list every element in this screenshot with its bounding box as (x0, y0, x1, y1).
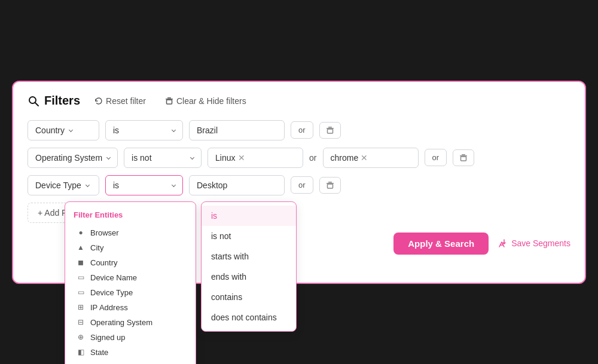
entity-label: Country (90, 258, 118, 267)
operator-item-ends-with[interactable]: ends with (202, 267, 296, 287)
or-separator-os: or (309, 153, 316, 163)
entity-label: Device Type (90, 288, 133, 297)
svg-line-1 (35, 103, 38, 106)
filters-panel: Filters Reset filter Clear & Hide filter… (12, 81, 586, 284)
chevron-down-icon (69, 128, 73, 132)
operator-item-is[interactable]: is (202, 206, 296, 226)
delete-device-button[interactable] (319, 177, 341, 194)
entity-icon: ▭ (76, 273, 86, 282)
entity-item-city[interactable]: ▲City (74, 240, 196, 255)
filters-header: Filters Reset filter Clear & Hide filter… (28, 94, 570, 108)
filters-title: Filters (28, 94, 80, 108)
svg-rect-12 (328, 182, 332, 183)
entity-icon: ⊕ (76, 333, 86, 341)
delete-country-button[interactable] (319, 122, 341, 139)
entity-item-signed-up[interactable]: ⊕Signed up (74, 330, 196, 345)
trash-icon (165, 97, 173, 105)
entity-item-device-type[interactable]: ▭Device Type (74, 285, 196, 300)
entity-label: Operating System (90, 318, 152, 327)
entity-label: City (90, 243, 103, 252)
value-os-input[interactable]: Linux ✕ (208, 148, 303, 168)
search-icon (28, 95, 39, 107)
value-country-input[interactable]: Brazil (189, 120, 285, 140)
svg-rect-4 (166, 100, 172, 104)
filter-row-country: Country is Brazil or (28, 120, 570, 140)
operator-item-is-not[interactable]: is not (202, 226, 296, 246)
entity-label: IP Address (90, 303, 128, 312)
save-icon (498, 238, 508, 248)
chevron-down-icon (172, 183, 176, 187)
os-tag-chrome: chrome ✕ (331, 153, 368, 163)
chevron-down-icon (172, 128, 176, 132)
apply-search-button[interactable]: Apply & Search (393, 233, 489, 255)
entity-label: Signed up (90, 333, 126, 342)
field-country-button[interactable]: Country (28, 120, 99, 140)
os-tag-linux: Linux ✕ (215, 153, 245, 163)
entity-label: State (90, 348, 108, 357)
chevron-down-icon (106, 155, 111, 160)
operators-panel: isis notstarts withends withcontainsdoes… (201, 201, 297, 332)
delete-os-button[interactable] (453, 149, 474, 166)
entity-icon: ● (76, 228, 86, 237)
dropdown-container: Filter Entities ●Browser▲City◼Country▭De… (65, 201, 297, 365)
value-device-input[interactable]: Desktop (189, 175, 285, 195)
svg-rect-10 (461, 157, 466, 161)
or-device-button[interactable]: or (291, 176, 313, 194)
svg-rect-13 (327, 184, 332, 188)
entity-item-ip-address[interactable]: ⊞IP Address (74, 300, 196, 315)
entities-panel: Filter Entities ●Browser▲City◼Country▭De… (65, 201, 196, 365)
entity-item-device-name[interactable]: ▭Device Name (74, 270, 196, 285)
operator-country-select[interactable]: is (105, 120, 183, 140)
or-os-button[interactable]: or (425, 149, 447, 166)
operator-device-select[interactable]: is (105, 175, 183, 195)
operator-item-does-not-contains[interactable]: does not contains (202, 307, 296, 328)
svg-rect-6 (328, 127, 332, 128)
remove-linux-button[interactable]: ✕ (238, 154, 245, 162)
entity-item-country[interactable]: ◼Country (74, 255, 196, 270)
svg-rect-3 (167, 97, 171, 99)
svg-rect-9 (462, 154, 465, 155)
reset-filter-button[interactable]: Reset filter (90, 94, 151, 108)
entity-item-operating-system[interactable]: ⊟Operating System (74, 315, 196, 330)
field-os-button[interactable]: Operating System (28, 148, 118, 168)
chevron-down-icon (190, 155, 194, 160)
trash-icon (459, 154, 468, 162)
filter-row-os: Operating System is not Linux ✕ or chrom… (28, 148, 570, 168)
trash-icon (326, 181, 334, 189)
entity-label: Browser (90, 228, 119, 237)
trash-icon (326, 126, 334, 134)
entity-icon: ▲ (76, 243, 86, 252)
chevron-down-icon (86, 183, 90, 187)
save-segments-button[interactable]: Save Segments (498, 238, 570, 248)
clear-hide-filters-button[interactable]: Clear & Hide filters (160, 94, 251, 108)
operator-os-select[interactable]: is not (124, 148, 202, 168)
entity-icon: ⊟ (76, 318, 86, 326)
operator-item-starts-with[interactable]: starts with (202, 246, 296, 267)
field-device-button[interactable]: Device Type (28, 175, 99, 195)
entity-icon: ▭ (76, 288, 86, 296)
svg-rect-7 (327, 129, 332, 133)
or-country-button[interactable]: or (291, 121, 313, 139)
filter-row-device: Device Type is Desktop or (28, 175, 570, 195)
entity-label: Device Name (90, 273, 137, 282)
entity-item-browser[interactable]: ●Browser (74, 225, 196, 240)
entity-icon: ⊞ (76, 303, 86, 311)
entities-list: ●Browser▲City◼Country▭Device Name▭Device… (74, 225, 196, 365)
entity-item-state[interactable]: ◧State (74, 345, 196, 360)
entity-item-tags[interactable]: ◈Tags (74, 360, 196, 365)
entity-icon: ◧ (76, 348, 86, 356)
reset-icon (94, 97, 103, 105)
value-os-input2[interactable]: chrome ✕ (323, 148, 419, 168)
operator-item-contains[interactable]: contains (202, 287, 296, 307)
entity-icon: ◼ (76, 258, 86, 267)
remove-chrome-button[interactable]: ✕ (361, 154, 368, 162)
